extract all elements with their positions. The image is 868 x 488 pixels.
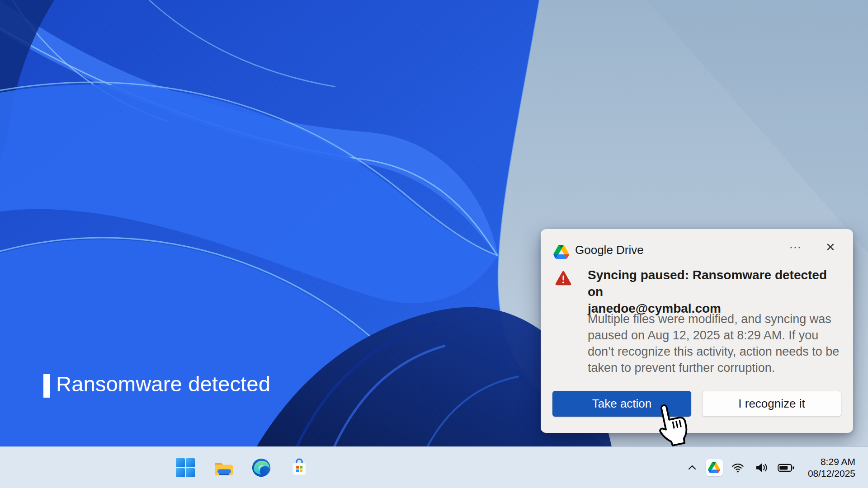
volume-button[interactable] <box>753 457 771 479</box>
chevron-up-icon <box>687 462 698 473</box>
edge-button[interactable] <box>250 457 272 479</box>
warning-icon <box>555 270 572 286</box>
wifi-button[interactable] <box>729 457 747 479</box>
edge-icon <box>251 457 272 478</box>
wifi-icon <box>730 461 745 474</box>
toast-body-line4: taken to prevent further corruption. <box>588 360 841 376</box>
speaker-icon <box>755 461 769 474</box>
toast-title: Syncing paused: Ransomware detected on j… <box>588 267 832 317</box>
recognize-button[interactable]: I recognize it <box>702 391 841 417</box>
google-drive-tray-icon <box>708 462 720 473</box>
battery-icon <box>778 464 794 472</box>
battery-button[interactable] <box>777 457 796 479</box>
more-options-icon: ⋯ <box>789 240 802 254</box>
clock[interactable]: 8:29 AM 08/12/2025 <box>808 456 855 479</box>
drive-tray-button[interactable] <box>706 457 723 479</box>
toast-body-line1: Multiple files were modified, and syncin… <box>588 311 841 327</box>
store-button[interactable] <box>288 457 310 479</box>
toast-body-line2: paused on Aug 12, 2025 at 8:29 AM. If yo… <box>588 327 841 343</box>
google-drive-icon <box>553 245 569 259</box>
drive-tray-tile <box>706 459 723 476</box>
toast-app-name: Google Drive <box>575 243 644 257</box>
caption-bar <box>43 374 50 398</box>
close-button[interactable]: ✕ <box>820 238 841 256</box>
notification-toast: Google Drive ⋯ ✕ Syncing paused: Ransomw… <box>541 229 853 433</box>
desktop: Ransomware detected Google Drive ⋯ ✕ Syn… <box>0 0 868 488</box>
caption-overlay: Ransomware detected <box>43 371 270 398</box>
more-options-button[interactable]: ⋯ <box>785 239 806 255</box>
clock-date: 08/12/2025 <box>808 468 855 479</box>
clock-time: 8:29 AM <box>808 456 855 468</box>
close-icon: ✕ <box>826 240 835 254</box>
taskbar-app-icons <box>175 447 310 488</box>
toast-actions: Take action I recognize it <box>552 391 841 417</box>
system-tray: 8:29 AM 08/12/2025 <box>684 447 855 488</box>
toast-body-line3: don’t recognize this activity, action ne… <box>588 343 841 360</box>
taskbar: 8:29 AM 08/12/2025 <box>0 446 868 488</box>
caption-text: Ransomware detected <box>56 371 270 396</box>
windows-logo-icon <box>175 457 196 478</box>
store-icon <box>289 457 310 478</box>
start-button[interactable] <box>175 457 196 479</box>
toast-title-line1: Syncing paused: Ransomware detected on <box>588 267 832 300</box>
folder-icon <box>212 457 234 479</box>
tray-overflow-button[interactable] <box>684 457 700 479</box>
toast-body: Multiple files were modified, and syncin… <box>588 311 841 376</box>
file-explorer-button[interactable] <box>212 457 234 479</box>
